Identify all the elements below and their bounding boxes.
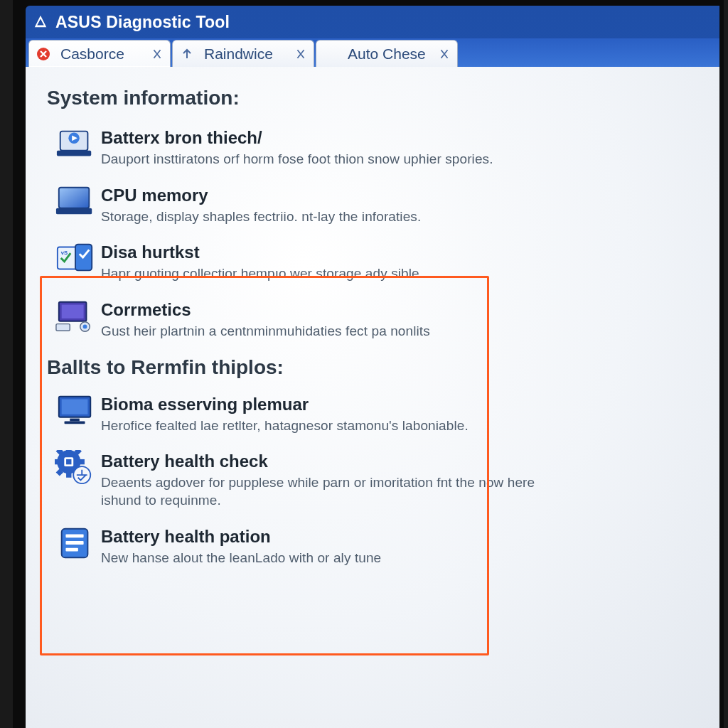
svg-rect-4 xyxy=(59,187,90,208)
tab-strip: Casborce Raindwice Auto Chese xyxy=(26,38,719,67)
arrow-up-icon xyxy=(180,47,194,61)
svg-rect-17 xyxy=(65,421,85,424)
svg-rect-19 xyxy=(66,450,71,453)
item-title: Disa hurtkst xyxy=(101,242,695,262)
item-bioma-esserving[interactable]: Bioma esserving plemuar Herofice fealted… xyxy=(47,389,698,446)
monitor-icon xyxy=(50,393,101,427)
item-desc: Hapr guoting collectior hempıo wer stora… xyxy=(101,265,542,283)
tab-pin-icon[interactable] xyxy=(151,48,163,60)
item-title: Battery health pation xyxy=(101,527,695,547)
list-device-icon xyxy=(50,525,101,560)
item-batterx-bron[interactable]: Batterx bron thiech/ Dauport insttiraton… xyxy=(47,122,698,180)
item-title: Bioma esserving plemuar xyxy=(101,395,695,414)
svg-rect-28 xyxy=(66,459,71,464)
gear-chip-icon xyxy=(50,450,101,484)
section-heading-ballts: Ballts to Rermfin thiplos: xyxy=(47,356,698,379)
tab-autochese[interactable]: Auto Chese xyxy=(316,40,458,67)
svg-rect-32 xyxy=(65,541,83,545)
tab-pin-icon[interactable] xyxy=(295,48,306,60)
item-title: Corrmetics xyxy=(101,300,695,320)
close-red-icon xyxy=(36,47,50,61)
tab-casborce[interactable]: Casborce xyxy=(28,40,171,67)
svg-rect-20 xyxy=(66,471,71,478)
tab-label: Raindwice xyxy=(204,46,273,63)
svg-rect-31 xyxy=(65,534,83,537)
svg-rect-5 xyxy=(56,208,92,214)
item-title: Battery health check xyxy=(101,451,695,471)
item-desc: Deaents agdover for pupplese while parn … xyxy=(101,474,542,509)
laptop-screen-icon xyxy=(50,184,101,218)
blank-icon xyxy=(323,47,338,61)
item-title: Batterx bron thiech/ xyxy=(101,128,695,148)
monitor-devices-icon xyxy=(50,299,101,333)
item-desc: Herofice fealted lae retlter, hatagnesor… xyxy=(101,417,542,435)
svg-rect-16 xyxy=(70,418,80,421)
item-desc: Gust heir plartnin a centnminmuhidaties … xyxy=(101,323,542,341)
item-title: CPU memory xyxy=(101,186,695,205)
check-device-icon: vS xyxy=(50,241,101,275)
item-desc: Storage, display shaples fectriio. nt-la… xyxy=(101,208,542,226)
tab-raindwice[interactable]: Raindwice xyxy=(172,40,314,67)
application-window: ASUS Diagnostic Tool Casborce Raindwice xyxy=(26,6,719,728)
laptop-dot-icon xyxy=(50,127,101,161)
tab-label: Auto Chese xyxy=(348,46,426,63)
svg-rect-15 xyxy=(62,399,88,414)
svg-rect-11 xyxy=(56,324,70,331)
tab-label: Casborce xyxy=(60,46,124,63)
svg-rect-22 xyxy=(55,459,60,464)
section-heading-system-info: System information: xyxy=(47,87,698,109)
item-disa-hurtkst[interactable]: vS Disa hurtkst Hapr guoting collectior … xyxy=(47,237,698,294)
svg-rect-21 xyxy=(78,459,85,464)
svg-rect-10 xyxy=(62,305,84,318)
item-desc: New hanse alout the leanLado with or aly… xyxy=(101,550,542,567)
content-panel: System information: Batterx bron thiech/… xyxy=(26,67,719,728)
tab-pin-icon[interactable] xyxy=(439,48,450,60)
svg-point-13 xyxy=(83,325,87,329)
window-title: ASUS Diagnostic Tool xyxy=(55,13,230,32)
item-desc: Dauport insttiratons orf horm fose foot … xyxy=(101,151,542,168)
title-bar: ASUS Diagnostic Tool xyxy=(26,6,719,38)
svg-rect-33 xyxy=(65,548,77,552)
item-battery-health-pation[interactable]: Battery health pation New hanse alout th… xyxy=(47,521,698,579)
app-logo-icon xyxy=(33,14,48,30)
svg-rect-2 xyxy=(57,151,91,156)
item-corrmetics[interactable]: Corrmetics Gust heir plartnin a centnmin… xyxy=(47,294,698,352)
screen-bezel: ASUS Diagnostic Tool Casborce Raindwice xyxy=(13,0,724,728)
item-cpu-memory[interactable]: CPU memory Storage, display shaples fect… xyxy=(47,180,698,237)
item-battery-health-check[interactable]: Battery health check Deaents agdover for… xyxy=(47,446,698,520)
svg-text:vS: vS xyxy=(61,250,68,257)
